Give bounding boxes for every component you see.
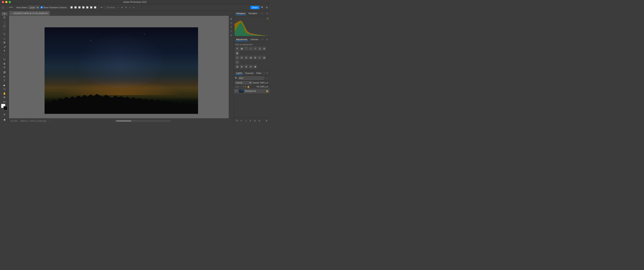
gradient-map-icon[interactable]: ▤ (262, 56, 266, 59)
navigator-strip-icon[interactable]: ⊙ (230, 29, 233, 33)
show-transform-checkbox[interactable] (40, 6, 43, 9)
add-mask-icon[interactable]: ◻ (244, 119, 248, 122)
lock-move-icon[interactable]: ✛ (242, 85, 244, 88)
align-right-icon[interactable]: ⬜ (78, 6, 81, 9)
layer-name[interactable]: Background (245, 90, 265, 92)
fill-arrow[interactable]: ▲▼ (265, 86, 268, 88)
lock-all-icon[interactable]: 🔒 (247, 85, 250, 88)
artboard-tool-button[interactable]: ⊡ (2, 16, 8, 19)
layers-menu-button[interactable]: ≡ (264, 72, 265, 74)
workspace-layout-icon[interactable]: ⊞ (265, 6, 268, 9)
spot-heal-button[interactable]: ✦ (2, 49, 8, 53)
quick-mask-button[interactable]: Q (2, 112, 8, 117)
adj-extra-3[interactable]: ⊗ (244, 65, 248, 68)
document-tab[interactable]: × DSC00579.ARW @ 33.3% (RGB/16*) (9, 11, 50, 16)
close-button[interactable] (2, 1, 4, 3)
pen-tool-button[interactable]: ✒ (2, 75, 8, 79)
lock-artboard-icon[interactable]: ⊞ (245, 85, 246, 88)
threshold-icon[interactable]: ▷ (258, 56, 262, 59)
move-tool-button[interactable]: ✛ (2, 12, 8, 16)
adj-extra-5[interactable]: ◉ (253, 65, 257, 68)
zoom-tool-button[interactable]: ⊕ (2, 95, 8, 99)
3d-orbit-icon[interactable]: ⟳ (120, 6, 124, 9)
history-strip-icon[interactable]: ⊕ (230, 33, 233, 37)
adjustments-strip-icon[interactable]: ⊡ (230, 21, 233, 25)
distribute-icon[interactable]: ⬜ (94, 6, 97, 9)
more-tools-button[interactable]: ••• (2, 100, 8, 104)
adj-extra-2[interactable]: ◈ (240, 65, 244, 68)
filter-pixel-icon[interactable]: ⬚ (265, 77, 268, 80)
fill-value[interactable]: 100% (260, 86, 265, 88)
move-tool-btn[interactable]: ✛ ▾ (8, 6, 13, 9)
invert-icon[interactable]: ◑ (249, 56, 252, 59)
layers-search-input[interactable] (238, 76, 264, 80)
3d-scale-icon[interactable]: ▷ (132, 6, 136, 9)
eraser-tool-button[interactable]: ◻ (2, 57, 8, 61)
new-layer-icon[interactable]: ⊞ (258, 119, 261, 122)
filter-adjust-icon[interactable]: ◑ (268, 77, 270, 80)
rect-marquee-button[interactable]: ⬚ (2, 20, 8, 24)
adjustments-menu-button[interactable]: ≡ (262, 38, 263, 41)
channel-mixer-icon[interactable]: ⊛ (240, 56, 244, 59)
minimize-button[interactable] (5, 1, 8, 3)
maximize-button[interactable] (8, 1, 11, 3)
histogram-menu-button[interactable]: ≡ (262, 12, 263, 15)
3d-rotate-icon[interactable]: ○ (116, 6, 120, 9)
show-transform-label[interactable]: Show Transform Controls (40, 6, 67, 9)
new-adjustment-layer-icon[interactable]: ⊕ (248, 119, 252, 122)
exposure-icon[interactable]: ⬚ (249, 47, 252, 50)
adj-extra-4[interactable]: ⊘ (249, 65, 252, 68)
adj-extra-1[interactable]: ▥ (235, 65, 239, 68)
align-center-h-icon[interactable]: ⬜ (74, 6, 77, 9)
canvas-area[interactable] (9, 16, 234, 118)
layers-tab[interactable]: Layers (235, 71, 243, 75)
color-balance-icon[interactable]: ⊞ (262, 47, 266, 50)
ellipse-marquee-button[interactable]: ◯ (2, 24, 8, 28)
vibrance-icon[interactable]: ▽ (253, 47, 257, 50)
histogram-collapse-button[interactable]: ▼ (266, 12, 268, 15)
add-style-icon[interactable]: fx (240, 119, 243, 122)
3d-pan-icon[interactable]: ✛ (124, 6, 128, 9)
scrollbar-thumb[interactable] (116, 120, 131, 122)
selective-color-icon[interactable]: ◁ (235, 60, 239, 64)
align-left-icon[interactable]: ⬜ (70, 6, 73, 9)
more-options-icon[interactable]: ••• (100, 6, 103, 9)
opacity-arrow[interactable]: ▲▼ (265, 82, 268, 84)
new-group-icon[interactable]: ▥ (253, 119, 257, 122)
layers-collapse-button[interactable]: ▼ (266, 72, 268, 74)
align-top-icon[interactable]: ⬜ (82, 6, 85, 9)
posterize-icon[interactable]: ⊠ (253, 56, 257, 59)
opacity-value[interactable]: 100% (260, 82, 265, 84)
channels-tab[interactable]: Channels (244, 72, 254, 75)
3d-slide-icon[interactable]: ☆ (128, 6, 132, 9)
delete-layer-icon[interactable]: 🗑 (265, 119, 268, 122)
scrollbar-track[interactable] (114, 120, 170, 122)
properties-icon[interactable]: ▶ (230, 17, 233, 21)
auto-select-dropdown[interactable]: Layer Group (28, 6, 39, 9)
background-color[interactable] (3, 106, 8, 110)
history-brush-button[interactable]: ↺ (2, 66, 8, 69)
crop-tool-button[interactable]: ⊞ (2, 41, 8, 44)
lock-pixels-icon[interactable]: ⬚ (240, 85, 242, 88)
navigator-tab[interactable]: Navigator (248, 12, 258, 15)
layer-visibility-icon[interactable]: 👁 (235, 90, 238, 92)
brightness-contrast-icon[interactable]: ☀ (235, 47, 239, 50)
eyedropper-button[interactable]: 𝒫 (2, 45, 8, 49)
clone-stamp-button[interactable]: ✜ (2, 62, 8, 66)
tab-close-icon[interactable]: × (11, 12, 13, 14)
home-button[interactable]: ⌂ (1, 6, 5, 9)
text-tool-button[interactable]: T (2, 79, 8, 82)
status-arrow[interactable]: › (49, 120, 50, 122)
libraries-tab[interactable]: Libraries (250, 38, 259, 41)
photo-filter-icon[interactable]: ⊙ (235, 56, 239, 59)
gradient-tool-button[interactable]: ▥ (2, 70, 8, 74)
path-select-button[interactable]: ▶ (2, 83, 8, 87)
align-center-v-icon[interactable]: ⬜ (86, 6, 89, 9)
screen-mode-button[interactable]: ▣ (2, 117, 8, 122)
adjustments-tab[interactable]: Adjustments (235, 38, 248, 41)
hsl-icon[interactable]: ◫ (258, 47, 262, 50)
black-white-icon[interactable]: ◧ (235, 51, 239, 55)
lasso-tool-button[interactable]: ⌒ (2, 29, 8, 32)
paths-tab[interactable]: Paths (256, 72, 262, 75)
horizontal-scroll[interactable] (53, 120, 232, 122)
